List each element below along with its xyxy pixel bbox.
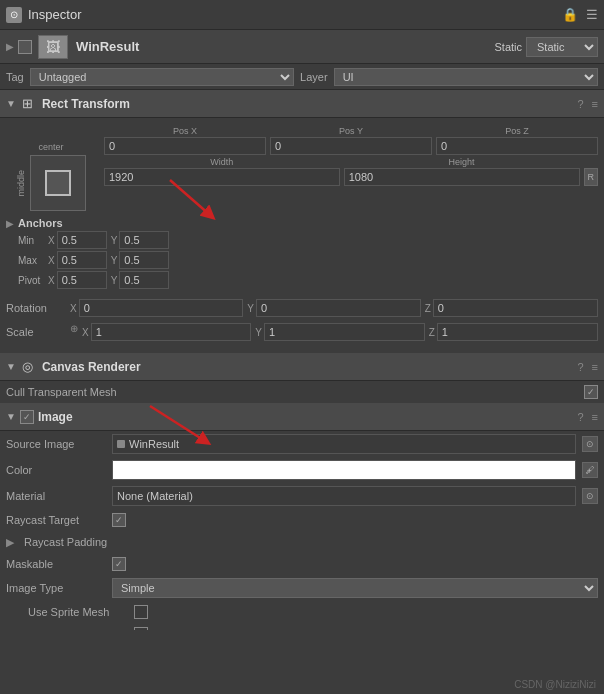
- pivot-y-input[interactable]: [119, 271, 169, 289]
- menu-icon[interactable]: ☰: [586, 7, 598, 22]
- cull-row: Cull Transparent Mesh ✓: [0, 381, 604, 403]
- pivot-fields: X Y: [48, 271, 169, 289]
- height-input[interactable]: [344, 168, 580, 186]
- canvas-arrow: ▼: [6, 361, 16, 372]
- height-label: Height: [449, 157, 475, 167]
- rot-y-group: Y: [247, 299, 420, 317]
- pos-fields: Pos X Pos Y Pos Z Width: [96, 126, 598, 188]
- anchor-min-y-input[interactable]: [119, 231, 169, 249]
- width-label: Width: [210, 157, 233, 167]
- scale-x-letter: X: [82, 327, 89, 338]
- image-help-icon[interactable]: ?: [577, 411, 583, 423]
- anchors-section: ▶ Anchors Min X Y Max: [0, 215, 604, 293]
- source-image-label: Source Image: [6, 438, 106, 450]
- use-sprite-row: Use Sprite Mesh: [0, 601, 604, 623]
- material-field[interactable]: None (Material): [112, 486, 576, 506]
- raycast-padding-arrow[interactable]: ▶: [6, 536, 14, 549]
- color-eye-dropper[interactable]: 🖋: [582, 462, 598, 478]
- static-label: Static: [494, 41, 522, 53]
- scale-x-input[interactable]: [91, 323, 252, 341]
- use-sprite-checkbox[interactable]: [134, 605, 148, 619]
- canvas-renderer-body: Cull Transparent Mesh ✓: [0, 381, 604, 403]
- pos-x-input[interactable]: [104, 137, 266, 155]
- expand-arrow[interactable]: ▶: [6, 41, 14, 52]
- anchor-box[interactable]: [30, 155, 86, 211]
- canvas-controls: ? ≡: [577, 361, 598, 373]
- scale-z-group: Z: [429, 323, 598, 341]
- static-dropdown[interactable]: Static: [526, 37, 598, 57]
- rect-transform-header[interactable]: ▼ ⊞ Rect Transform ? ≡: [0, 90, 604, 118]
- anchor-min-row: Min X Y: [6, 231, 598, 249]
- rot-x-group: X: [70, 299, 243, 317]
- title-bar-controls: 🔒 ☰: [562, 7, 598, 22]
- rot-x-letter: X: [70, 303, 77, 314]
- image-title: Image: [38, 410, 578, 424]
- tag-layer-row: Tag Untagged Layer UI: [0, 64, 604, 90]
- title-text: Inspector: [28, 7, 81, 22]
- material-row: Material None (Material) ⊙: [0, 483, 604, 509]
- pos-z-input[interactable]: [436, 137, 598, 155]
- preserve-aspect-checkbox[interactable]: [134, 627, 148, 630]
- pivot-x-input[interactable]: [57, 271, 107, 289]
- active-checkbox[interactable]: [18, 40, 32, 54]
- rot-x-input[interactable]: [79, 299, 244, 317]
- anchor-max-y-group: Y: [111, 251, 170, 269]
- image-type-select[interactable]: Simple Sliced Tiled Filled: [112, 578, 598, 598]
- anchor-x-letter: X: [48, 235, 55, 246]
- source-image-field[interactable]: WinResult: [112, 434, 576, 454]
- anchor-min-label: Min: [18, 235, 48, 246]
- scale-y-letter: Y: [255, 327, 262, 338]
- anchor-max-fields: X Y: [48, 251, 169, 269]
- anchor-y2-letter: Y: [111, 255, 118, 266]
- blueprint-btn[interactable]: R: [584, 168, 599, 186]
- layer-select[interactable]: UI: [334, 68, 598, 86]
- material-value: None (Material): [117, 490, 193, 502]
- raycast-target-checkbox[interactable]: ✓: [112, 513, 126, 527]
- rect-help-icon[interactable]: ?: [577, 98, 583, 110]
- color-picker[interactable]: [112, 460, 576, 480]
- use-sprite-label: Use Sprite Mesh: [28, 606, 128, 618]
- anchors-header[interactable]: ▶ Anchors: [6, 217, 598, 229]
- anchors-arrow-icon: ▶: [6, 218, 14, 229]
- pivot-y-letter: Y: [111, 275, 118, 286]
- width-input[interactable]: [104, 168, 340, 186]
- anchor-max-x-input[interactable]: [57, 251, 107, 269]
- canvas-renderer-header[interactable]: ▼ ◎ Canvas Renderer ? ≡: [0, 353, 604, 381]
- image-enable-checkbox[interactable]: ✓: [20, 410, 34, 424]
- source-image-picker[interactable]: ⊙: [582, 436, 598, 452]
- rotation-row: Rotation X Y Z: [0, 297, 604, 319]
- material-picker[interactable]: ⊙: [582, 488, 598, 504]
- center-label: center: [38, 142, 63, 152]
- raycast-padding-label: Raycast Padding: [24, 536, 124, 548]
- inspector-scroll[interactable]: ▶ 🖼 WinResult Static Static Tag Untagged…: [0, 30, 604, 630]
- canvas-settings-icon[interactable]: ≡: [592, 361, 598, 373]
- anchor-min-x-input[interactable]: [57, 231, 107, 249]
- tag-select[interactable]: Untagged: [30, 68, 294, 86]
- anchor-inner: [45, 170, 71, 196]
- raycast-target-row: Raycast Target ✓: [0, 509, 604, 531]
- maskable-checkbox[interactable]: ✓: [112, 557, 126, 571]
- scale-y-input[interactable]: [264, 323, 425, 341]
- raycast-target-label: Raycast Target: [6, 514, 106, 526]
- source-image-row: Source Image WinResult ⊙: [0, 431, 604, 457]
- image-controls: ? ≡: [577, 411, 598, 423]
- canvas-icon: ◎: [20, 359, 36, 375]
- scale-z-input[interactable]: [437, 323, 598, 341]
- image-header[interactable]: ▼ ✓ Image ? ≡: [0, 403, 604, 431]
- anchor-diagram: center middle: [6, 126, 96, 211]
- anchor-max-y-input[interactable]: [119, 251, 169, 269]
- source-image-dot: [117, 440, 125, 448]
- rect-settings-icon[interactable]: ≡: [592, 98, 598, 110]
- rot-y-input[interactable]: [256, 299, 421, 317]
- image-settings-icon[interactable]: ≡: [592, 411, 598, 423]
- rot-z-letter: Z: [425, 303, 431, 314]
- preserve-aspect-row: Preserve Aspect: [0, 623, 604, 630]
- canvas-help-icon[interactable]: ?: [577, 361, 583, 373]
- rot-z-input[interactable]: [433, 299, 598, 317]
- color-label: Color: [6, 464, 106, 476]
- object-name[interactable]: WinResult: [76, 39, 494, 54]
- cull-checkbox[interactable]: ✓: [584, 385, 598, 399]
- pos-y-input[interactable]: [270, 137, 432, 155]
- image-arrow: ▼: [6, 411, 16, 422]
- lock-icon[interactable]: 🔒: [562, 7, 578, 22]
